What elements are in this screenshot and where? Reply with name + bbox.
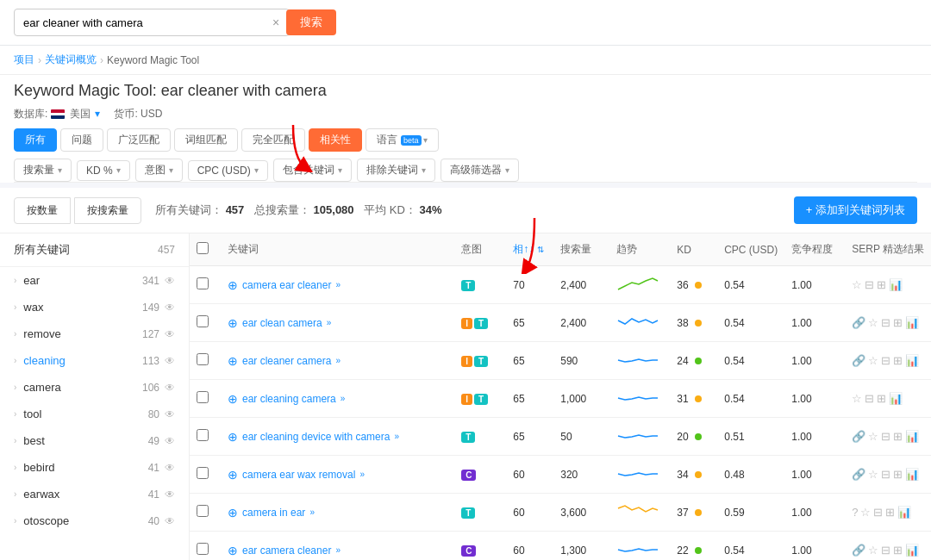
add-keyword-icon[interactable]: ⊕ xyxy=(228,278,238,292)
tab-broad[interactable]: 广泛匹配 xyxy=(107,128,171,152)
star-icon[interactable]: ☆ xyxy=(868,544,878,557)
row-checkbox[interactable] xyxy=(197,429,209,441)
grid-icon[interactable]: ⊞ xyxy=(877,278,886,291)
tab-exact[interactable]: 完全匹配 xyxy=(241,128,305,152)
keyword-link[interactable]: camera ear wax removal xyxy=(242,469,355,481)
star-icon[interactable]: ☆ xyxy=(868,354,878,367)
link-icon[interactable]: 🔗 xyxy=(852,544,865,557)
tab-phrase[interactable]: 词组匹配 xyxy=(174,128,238,152)
bookmark-icon[interactable]: ⊟ xyxy=(881,544,890,557)
expand-keyword-icon[interactable]: » xyxy=(335,356,341,365)
th-competition[interactable]: 竞争程度 xyxy=(784,233,845,266)
sidebar-item-earwax[interactable]: › earwax 41 👁 xyxy=(0,481,189,507)
grid-icon[interactable]: ⊞ xyxy=(885,506,895,519)
question-icon[interactable]: ? xyxy=(852,506,858,519)
expand-keyword-icon[interactable]: » xyxy=(309,507,315,517)
eye-icon[interactable]: 👁 xyxy=(165,462,175,474)
grid-icon[interactable]: ⊞ xyxy=(893,354,903,367)
eye-icon[interactable]: 👁 xyxy=(165,515,175,527)
grid-icon[interactable]: ⊞ xyxy=(877,392,886,405)
add-keyword-icon[interactable]: ⊕ xyxy=(228,468,238,482)
expand-keyword-icon[interactable]: » xyxy=(335,280,341,289)
country-dropdown-icon[interactable]: ▾ xyxy=(95,108,100,120)
search-button[interactable]: 搜索 xyxy=(286,9,336,35)
sidebar-item-remove[interactable]: › remove 127 👁 xyxy=(0,320,189,347)
breadcrumb-projects[interactable]: 项目 xyxy=(14,53,34,67)
star-icon[interactable]: ☆ xyxy=(860,506,871,519)
eye-icon[interactable]: 👁 xyxy=(165,275,175,287)
bookmark-icon[interactable]: ⊟ xyxy=(881,354,890,367)
chart-icon[interactable]: 📊 xyxy=(897,506,911,519)
keyword-link[interactable]: ear cleaning camera xyxy=(242,393,336,405)
eye-icon[interactable]: 👁 xyxy=(165,408,175,420)
tab-all[interactable]: 所有 xyxy=(14,128,57,152)
keyword-link[interactable]: camera in ear xyxy=(242,507,305,519)
eye-icon[interactable]: 👁 xyxy=(165,435,175,447)
include-kw-dropdown[interactable]: 包含关键词 ▾ xyxy=(273,159,352,182)
exclude-kw-dropdown[interactable]: 排除关键词 ▾ xyxy=(357,159,435,182)
row-checkbox[interactable] xyxy=(197,391,209,403)
add-keyword-icon[interactable]: ⊕ xyxy=(228,354,238,368)
sort-by-count-btn[interactable]: 按数量 xyxy=(14,197,71,224)
tab-relevance[interactable]: 相关性 xyxy=(309,128,362,152)
keyword-link[interactable]: ear clean camera xyxy=(242,317,322,329)
row-checkbox[interactable] xyxy=(197,315,209,327)
keyword-link[interactable]: camera ear cleaner xyxy=(242,279,331,291)
row-checkbox[interactable] xyxy=(197,505,209,517)
bookmark-icon[interactable]: ⊟ xyxy=(865,392,874,405)
eye-icon[interactable]: 👁 xyxy=(165,488,175,501)
bookmark-icon[interactable]: ⊟ xyxy=(873,506,883,519)
keyword-link[interactable]: ear camera cleaner xyxy=(242,544,331,557)
chart-icon[interactable]: 📊 xyxy=(905,544,919,557)
sidebar-item-otoscope[interactable]: › otoscope 40 👁 xyxy=(0,507,189,534)
expand-keyword-icon[interactable]: » xyxy=(327,318,332,327)
chart-icon[interactable]: 📊 xyxy=(905,316,919,329)
grid-icon[interactable]: ⊞ xyxy=(893,468,903,481)
grid-icon[interactable]: ⊞ xyxy=(893,430,903,443)
row-checkbox[interactable] xyxy=(197,353,209,365)
bookmark-icon[interactable]: ⊟ xyxy=(881,468,890,481)
th-cpc[interactable]: CPC (USD) xyxy=(717,233,784,266)
bookmark-icon[interactable]: ⊟ xyxy=(881,430,890,443)
eye-icon[interactable]: 👁 xyxy=(165,328,175,340)
search-clear-icon[interactable]: × xyxy=(272,16,279,29)
row-checkbox[interactable] xyxy=(197,277,209,289)
breadcrumb-keyword-overview[interactable]: 关键词概览 xyxy=(45,53,97,67)
grid-icon[interactable]: ⊞ xyxy=(893,316,903,329)
link-icon[interactable]: 🔗 xyxy=(852,316,865,329)
expand-keyword-icon[interactable]: » xyxy=(359,470,365,479)
bookmark-icon[interactable]: ⊟ xyxy=(865,278,874,291)
sort-by-volume-btn[interactable]: 按搜索量 xyxy=(74,197,141,224)
keyword-link[interactable]: ear cleaning device with camera xyxy=(242,431,390,443)
expand-keyword-icon[interactable]: » xyxy=(394,432,399,441)
row-checkbox[interactable] xyxy=(197,467,209,479)
sidebar-item-best[interactable]: › best 49 👁 xyxy=(0,427,189,454)
keyword-link[interactable]: ear cleaner camera xyxy=(242,355,331,367)
star-icon[interactable]: ☆ xyxy=(868,430,878,443)
eye-icon[interactable]: 👁 xyxy=(165,302,175,314)
star-icon[interactable]: ☆ xyxy=(868,316,878,329)
kd-dropdown[interactable]: KD % ▾ xyxy=(77,160,130,181)
chart-icon[interactable]: 📊 xyxy=(905,468,919,481)
th-relevance[interactable]: 相↑↓ ⇅ xyxy=(506,233,553,266)
expand-keyword-icon[interactable]: » xyxy=(335,545,341,555)
add-keyword-icon[interactable]: ⊕ xyxy=(228,544,238,557)
grid-icon[interactable]: ⊞ xyxy=(893,544,903,557)
sidebar-item-wax[interactable]: › wax 149 👁 xyxy=(0,294,189,320)
select-all-checkbox[interactable] xyxy=(197,242,209,254)
chart-icon[interactable]: 📊 xyxy=(889,392,903,405)
th-search-vol[interactable]: 搜索量 xyxy=(553,233,609,266)
sidebar-item-cleaning[interactable]: › cleaning 113 👁 xyxy=(0,347,189,374)
chart-icon[interactable]: 📊 xyxy=(905,430,919,443)
star-icon[interactable]: ☆ xyxy=(852,278,862,291)
tab-question[interactable]: 问题 xyxy=(60,128,103,152)
sidebar-item-ear[interactable]: › ear 341 👁 xyxy=(0,267,189,294)
add-keyword-icon[interactable]: ⊕ xyxy=(228,392,238,406)
star-icon[interactable]: ☆ xyxy=(852,392,862,405)
link-icon[interactable]: 🔗 xyxy=(852,430,865,443)
sidebar-item-camera[interactable]: › camera 106 👁 xyxy=(0,374,189,401)
tab-language[interactable]: 语言 beta ▾ xyxy=(366,128,439,152)
chart-icon[interactable]: 📊 xyxy=(905,354,919,367)
bookmark-icon[interactable]: ⊟ xyxy=(881,316,890,329)
star-icon[interactable]: ☆ xyxy=(868,468,878,481)
